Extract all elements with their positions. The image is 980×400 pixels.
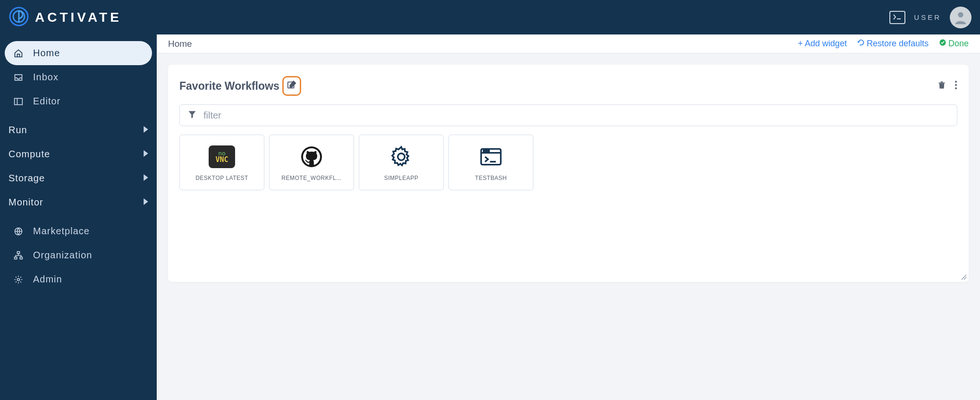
gear-icon	[13, 275, 24, 284]
svg-point-13	[955, 81, 957, 83]
svg-rect-8	[15, 257, 17, 259]
done-button[interactable]: Done	[939, 39, 969, 49]
workflow-label: TESTBASH	[475, 175, 507, 181]
resize-handle[interactable]	[960, 273, 967, 280]
panel-icon	[13, 97, 24, 106]
chevron-right-icon	[144, 150, 148, 158]
filter-box[interactable]	[179, 104, 957, 126]
workflow-card-desktop-latest[interactable]: no VNC DESKTOP LATEST	[179, 135, 264, 190]
filter-input[interactable]	[203, 110, 949, 121]
app-header: ACTIVATE USER	[0, 0, 980, 34]
novnc-icon: no VNC	[209, 144, 235, 170]
svg-point-14	[955, 84, 957, 86]
workflow-label: REMOTE_WORKFL...	[281, 175, 341, 181]
svg-rect-4	[15, 98, 23, 104]
sidebar-item-label: Home	[33, 48, 60, 59]
workflow-card-testbash[interactable]: TESTBASH	[448, 135, 533, 190]
brand-name: ACTIVATE	[35, 10, 122, 25]
svg-rect-7	[17, 251, 20, 253]
workflow-card-simpleapp[interactable]: SIMPLEAPP	[359, 135, 444, 190]
topbar: Home + Add widget Restore defaults Don	[157, 34, 980, 53]
sidebar-item-organization[interactable]: Organization	[5, 243, 152, 267]
github-icon	[298, 144, 325, 170]
sidebar-item-label: Marketplace	[33, 226, 90, 237]
svg-line-25	[964, 277, 966, 280]
user-label: USER	[914, 13, 941, 21]
header-right: USER	[889, 7, 972, 28]
sidebar-group-run[interactable]: Run	[5, 118, 152, 142]
chevron-right-icon	[144, 198, 148, 206]
sidebar-item-inbox[interactable]: Inbox	[5, 65, 152, 89]
delete-widget-button[interactable]	[938, 80, 946, 92]
svg-point-17	[398, 153, 405, 161]
content-area: Favorite Workflows	[157, 53, 980, 400]
inbox-icon	[13, 73, 24, 82]
restore-icon	[857, 39, 865, 49]
terminal-icon	[893, 13, 902, 22]
widget-title: Favorite Workflows	[179, 80, 279, 93]
sidebar-item-label: Organization	[33, 250, 92, 261]
sitemap-icon	[13, 251, 24, 260]
workflow-grid: no VNC DESKTOP LATEST REMOTE_WORKFL...	[179, 135, 957, 190]
svg-point-22	[488, 150, 490, 152]
sidebar-item-marketplace[interactable]: Marketplace	[5, 219, 152, 243]
svg-point-15	[955, 87, 957, 89]
widget-header: Favorite Workflows	[179, 76, 957, 96]
favorite-workflows-widget: Favorite Workflows	[168, 65, 969, 282]
brand: ACTIVATE	[8, 6, 122, 29]
widget-header-actions	[938, 80, 957, 92]
workflow-label: DESKTOP LATEST	[195, 175, 248, 181]
edit-icon	[287, 80, 297, 92]
svg-point-21	[486, 150, 487, 152]
widget-title-wrap: Favorite Workflows	[179, 76, 301, 96]
terminal-window-icon	[478, 144, 504, 170]
svg-line-24	[962, 275, 966, 280]
gear-outline-icon	[388, 144, 414, 170]
sidebar-item-label: Inbox	[33, 72, 59, 83]
kebab-icon	[955, 83, 957, 91]
sidebar-group-storage[interactable]: Storage	[5, 166, 152, 190]
restore-defaults-button[interactable]: Restore defaults	[857, 39, 929, 49]
sidebar-item-editor[interactable]: Editor	[5, 89, 152, 113]
avatar-icon	[953, 9, 969, 26]
main-content: Home + Add widget Restore defaults Don	[157, 34, 980, 400]
chevron-right-icon	[144, 126, 148, 134]
home-icon	[13, 49, 24, 58]
sidebar-group-compute[interactable]: Compute	[5, 142, 152, 166]
filter-icon	[187, 110, 197, 121]
svg-point-10	[17, 278, 20, 281]
workflow-label: SIMPLEAPP	[384, 175, 419, 181]
sidebar-item-label: Editor	[33, 96, 60, 107]
trash-icon	[938, 83, 946, 91]
svg-point-20	[483, 150, 485, 152]
avatar[interactable]	[950, 7, 972, 28]
sidebar-item-label: Admin	[33, 274, 62, 285]
topbar-actions: + Add widget Restore defaults Done	[798, 39, 969, 49]
sidebar-group-monitor[interactable]: Monitor	[5, 190, 152, 214]
globe-icon	[13, 227, 24, 236]
sidebar: Home Inbox Editor Run Compute	[0, 34, 157, 400]
svg-point-3	[958, 12, 963, 17]
chevron-right-icon	[144, 174, 148, 182]
sidebar-item-admin[interactable]: Admin	[5, 267, 152, 291]
check-circle-icon	[939, 39, 946, 49]
terminal-button[interactable]	[889, 11, 905, 24]
workflow-card-remote-workflow[interactable]: REMOTE_WORKFL...	[269, 135, 354, 190]
plus-icon: +	[798, 39, 803, 49]
brand-logo-icon	[8, 6, 29, 29]
breadcrumb: Home	[168, 39, 192, 49]
sidebar-item-home[interactable]: Home	[5, 41, 152, 65]
widget-menu-button[interactable]	[955, 80, 957, 92]
edit-title-button[interactable]	[282, 76, 301, 96]
svg-rect-9	[20, 257, 22, 259]
add-widget-button[interactable]: + Add widget	[798, 39, 847, 49]
